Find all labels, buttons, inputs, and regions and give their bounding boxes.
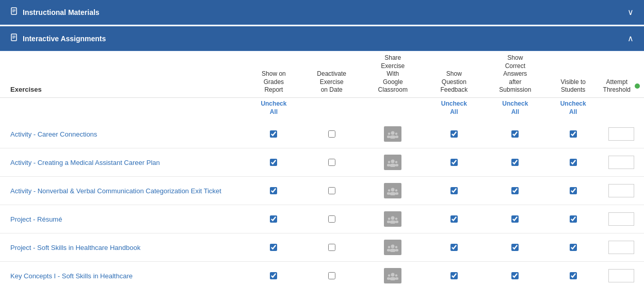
interactive-assignments-title: Interactive Assignments <box>10 33 106 43</box>
deactivate-exercise-checkbox[interactable] <box>328 244 335 251</box>
svg-point-18 <box>388 161 390 163</box>
attempt-threshold-input[interactable] <box>608 241 634 254</box>
show-on-grades-checkbox[interactable] <box>270 272 277 279</box>
visible-to-students-checkbox[interactable] <box>570 159 577 166</box>
attempt-threshold-input[interactable] <box>608 269 634 282</box>
show-correct-answers-checkbox[interactable] <box>511 272 519 279</box>
uncheck-question-feedback[interactable]: UncheckAll <box>425 97 483 120</box>
deactivate-exercise-cell <box>303 233 361 262</box>
visible-to-students-cell <box>548 233 599 262</box>
attempt-threshold-input[interactable] <box>608 127 634 141</box>
visible-to-students-checkbox[interactable] <box>570 272 577 279</box>
interactive-assignments-header[interactable]: Interactive Assignments ∧ <box>0 26 644 51</box>
show-question-feedback-checkbox[interactable] <box>450 272 458 279</box>
exercise-name-link[interactable]: Activity - Career Connections <box>10 130 97 138</box>
deactivate-exercise-checkbox[interactable] <box>328 215 335 223</box>
show-on-grades-checkbox[interactable] <box>270 159 277 166</box>
exercise-name-cell: Project - Soft Skills in Healthcare Hand… <box>0 233 245 262</box>
show-correct-answers-checkbox[interactable] <box>511 130 519 138</box>
show-correct-answers-cell <box>483 233 548 262</box>
deactivate-exercise-checkbox[interactable] <box>328 159 335 166</box>
google-classroom-button[interactable] <box>384 126 401 142</box>
visible-to-students-checkbox[interactable] <box>570 187 577 194</box>
show-on-grades-cell <box>245 233 302 262</box>
attempt-threshold-input[interactable] <box>608 212 634 226</box>
deactivate-exercise-cell <box>303 120 361 148</box>
green-dot-indicator <box>635 83 640 89</box>
attempt-threshold-cell <box>599 177 644 205</box>
exercise-name-cell: Activity - Career Connections <box>0 120 245 148</box>
google-classroom-cell <box>361 148 425 177</box>
show-question-feedback-header: ShowQuestionFeedback <box>425 51 483 97</box>
google-classroom-button[interactable] <box>384 211 401 227</box>
show-on-grades-checkbox[interactable] <box>270 244 277 251</box>
show-correct-answers-checkbox[interactable] <box>511 159 519 166</box>
svg-point-48 <box>395 274 397 276</box>
visible-to-students-checkbox[interactable] <box>570 215 577 223</box>
deactivate-exercise-checkbox[interactable] <box>328 130 335 138</box>
exercise-name-link[interactable]: Key Concepts I - Soft Skills in Healthca… <box>10 272 133 280</box>
show-on-grades-header: Show onGradesReport <box>245 51 302 97</box>
exercise-name-link[interactable]: Activity - Nonverbal & Verbal Communicat… <box>10 187 221 195</box>
svg-point-20 <box>395 161 397 163</box>
uncheck-show-grades[interactable]: UncheckAll <box>245 97 302 120</box>
show-correct-answers-cell <box>483 205 548 233</box>
google-classroom-cell <box>361 120 425 148</box>
svg-point-27 <box>395 189 397 191</box>
visible-to-students-cell <box>548 148 599 177</box>
google-classroom-button[interactable] <box>384 268 401 283</box>
table-row: Activity - Nonverbal & Verbal Communicat… <box>0 177 644 205</box>
exercise-name-link[interactable]: Project - Résumé <box>10 215 62 223</box>
uncheck-correct-answers[interactable]: UncheckAll <box>483 97 548 120</box>
show-question-feedback-cell <box>425 148 483 177</box>
table-row: Key Concepts I - Soft Skills in Healthca… <box>0 262 644 285</box>
visible-to-students-checkbox[interactable] <box>570 130 577 138</box>
google-classroom-button[interactable] <box>384 155 401 170</box>
show-on-grades-checkbox[interactable] <box>270 130 277 138</box>
show-question-feedback-cell <box>425 205 483 233</box>
show-question-feedback-checkbox[interactable] <box>450 215 458 223</box>
exercise-name-link[interactable]: Project - Soft Skills in Healthcare Hand… <box>10 244 140 252</box>
show-correct-answers-checkbox[interactable] <box>511 187 519 194</box>
uncheck-visible-students[interactable]: UncheckAll <box>548 97 599 120</box>
uncheck-all-row: UncheckAll UncheckAll UncheckAll Uncheck… <box>0 97 644 120</box>
show-question-feedback-cell <box>425 262 483 285</box>
attempt-threshold-input[interactable] <box>608 184 634 197</box>
exercises-table: Exercises Show onGradesReport Deactivate… <box>0 51 644 285</box>
document-icon-2 <box>10 33 19 43</box>
deactivate-exercise-checkbox[interactable] <box>328 187 335 194</box>
deactivate-exercise-cell <box>303 262 361 285</box>
instructional-materials-title: Instructional Materials <box>10 7 100 17</box>
show-on-grades-checkbox[interactable] <box>270 187 277 194</box>
exercise-name-cell: Key Concepts I - Soft Skills in Healthca… <box>0 262 245 285</box>
visible-to-students-cell <box>548 120 599 148</box>
exercises-tbody: Activity - Career Connections Activity -… <box>0 120 644 285</box>
svg-point-16 <box>391 160 395 163</box>
instructional-materials-header[interactable]: Instructional Materials ∨ <box>0 0 644 25</box>
google-classroom-button[interactable] <box>384 240 401 255</box>
attempt-threshold-input[interactable] <box>608 156 634 169</box>
attempt-threshold-cell <box>599 262 644 285</box>
show-question-feedback-checkbox[interactable] <box>450 187 458 194</box>
google-classroom-button[interactable] <box>384 183 401 198</box>
deactivate-exercise-cell <box>303 205 361 233</box>
show-on-grades-cell <box>245 120 302 148</box>
show-question-feedback-checkbox[interactable] <box>450 130 458 138</box>
visible-to-students-cell <box>548 205 599 233</box>
svg-point-37 <box>391 245 395 248</box>
show-question-feedback-checkbox[interactable] <box>450 244 458 251</box>
show-correct-answers-checkbox[interactable] <box>511 215 519 223</box>
show-correct-answers-checkbox[interactable] <box>511 244 519 251</box>
interactive-assignments-label: Interactive Assignments <box>23 35 106 43</box>
exercise-name-link[interactable]: Activity - Creating a Medical Assistant … <box>10 159 160 166</box>
show-question-feedback-checkbox[interactable] <box>450 159 458 166</box>
visible-to-students-checkbox[interactable] <box>570 244 577 251</box>
exercises-column-header: Exercises <box>0 51 245 97</box>
visible-to-students-header: Visible toStudents <box>548 51 599 97</box>
deactivate-exercise-checkbox[interactable] <box>328 272 335 279</box>
show-on-grades-checkbox[interactable] <box>270 215 277 223</box>
exercise-name-cell: Activity - Creating a Medical Assistant … <box>0 148 245 177</box>
google-classroom-cell <box>361 205 425 233</box>
show-on-grades-cell <box>245 148 302 177</box>
google-classroom-cell <box>361 177 425 205</box>
